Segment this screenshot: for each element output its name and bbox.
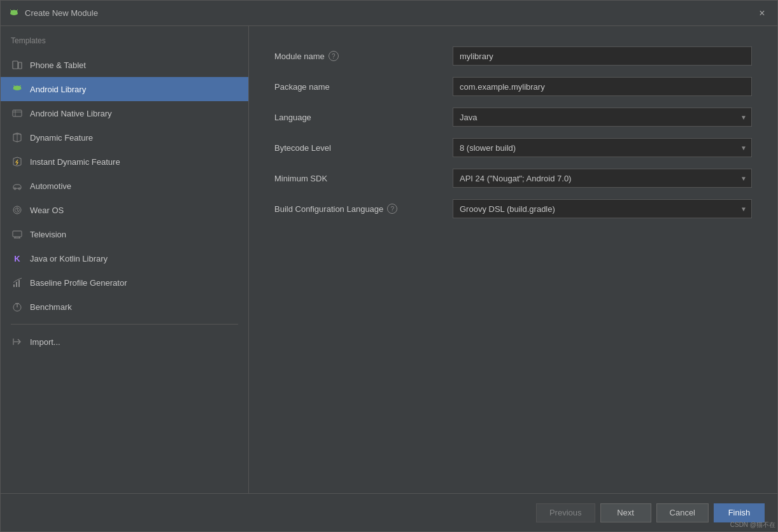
dialog-footer: Previous Next Cancel Finish	[1, 493, 777, 531]
sidebar-item-android-library[interactable]: Android Library	[1, 77, 248, 101]
main-form: Module name ? Package name Langu	[249, 26, 777, 493]
sidebar-item-label: Import...	[30, 337, 60, 347]
benchmark-icon	[11, 300, 24, 313]
dialog-title: Create New Module	[25, 8, 754, 18]
language-row: Language Java Kotlin ▼	[274, 108, 752, 127]
sidebar-item-java-kotlin-library[interactable]: K Java or Kotlin Library	[1, 246, 248, 270]
bytecode-level-control: 8 (slower build) 7 ▼	[453, 138, 752, 157]
sidebar-item-automotive[interactable]: Automotive	[1, 174, 248, 198]
build-config-control: Groovy DSL (build.gradle) Kotlin DSL (bu…	[453, 199, 752, 218]
titlebar: Create New Module ×	[1, 1, 777, 26]
baseline-profile-icon	[11, 276, 24, 289]
svg-line-18	[17, 210, 18, 211]
minimum-sdk-control: API 24 ("Nougat"; Android 7.0) API 21 ("…	[453, 169, 752, 188]
module-name-control	[453, 46, 752, 66]
svg-rect-19	[13, 231, 22, 237]
dynamic-feature-icon	[11, 131, 24, 144]
module-name-input[interactable]	[453, 46, 752, 66]
sidebar-item-label: Automotive	[30, 181, 71, 191]
phone-tablet-icon	[11, 59, 24, 71]
bytecode-level-label: Bytecode Level	[274, 143, 453, 153]
package-name-input[interactable]	[453, 77, 752, 96]
wear-os-icon	[11, 204, 24, 216]
television-icon	[11, 228, 24, 241]
sidebar-item-dynamic-feature[interactable]: Dynamic Feature	[1, 125, 248, 150]
svg-line-8	[14, 85, 15, 87]
svg-rect-4	[13, 61, 18, 69]
instant-dynamic-feature-icon	[11, 155, 24, 168]
language-label: Language	[274, 113, 453, 122]
sidebar-item-phone-tablet[interactable]: Phone & Tablet	[1, 53, 248, 77]
svg-rect-5	[18, 62, 22, 69]
minimum-sdk-row: Minimum SDK API 24 ("Nougat"; Android 7.…	[274, 169, 752, 188]
module-name-row: Module name ?	[274, 46, 752, 66]
sidebar-divider	[11, 324, 238, 325]
sidebar-item-wear-os[interactable]: Wear OS	[1, 198, 248, 222]
minimum-sdk-label: Minimum SDK	[274, 174, 453, 183]
module-name-label: Module name ?	[274, 51, 453, 61]
create-new-module-dialog: Create New Module × Templates Phone & Ta…	[0, 0, 778, 532]
language-select[interactable]: Java Kotlin	[453, 108, 752, 127]
build-config-row: Build Configuration Language ? Groovy DS…	[274, 199, 752, 218]
sidebar-item-label: Instant Dynamic Feature	[30, 157, 120, 167]
sidebar-item-label: Android Native Library	[30, 109, 112, 118]
build-config-help-icon[interactable]: ?	[387, 204, 397, 214]
sidebar-item-benchmark[interactable]: Benchmark	[1, 295, 248, 319]
android-icon	[8, 8, 20, 19]
svg-rect-24	[16, 282, 17, 287]
svg-rect-10	[13, 110, 22, 116]
sidebar-item-android-native-library[interactable]: Android Native Library	[1, 101, 248, 125]
svg-line-9	[20, 85, 21, 87]
package-name-control	[453, 77, 752, 96]
sidebar-item-label: Wear OS	[30, 206, 64, 215]
sidebar: Templates Phone & Tablet	[1, 26, 249, 493]
native-library-icon	[11, 107, 24, 120]
package-name-label: Package name	[274, 82, 453, 92]
dialog-content: Templates Phone & Tablet	[1, 26, 777, 493]
sidebar-item-label: Baseline Profile Generator	[30, 278, 127, 288]
sidebar-item-label: Android Library	[30, 85, 86, 94]
sidebar-item-label: Television	[30, 230, 66, 239]
svg-line-2	[10, 10, 11, 11]
language-control: Java Kotlin ▼	[453, 108, 752, 127]
android-library-icon	[11, 83, 24, 95]
sidebar-item-label: Benchmark	[30, 302, 72, 312]
sidebar-item-baseline-profile[interactable]: Baseline Profile Generator	[1, 270, 248, 295]
automotive-icon	[11, 179, 24, 192]
sidebar-item-television[interactable]: Television	[1, 222, 248, 246]
module-name-help-icon[interactable]: ?	[329, 51, 339, 61]
sidebar-item-label: Java or Kotlin Library	[30, 254, 108, 263]
svg-rect-23	[13, 284, 15, 287]
previous-button[interactable]: Previous	[536, 503, 595, 522]
build-config-label: Build Configuration Language ?	[274, 204, 453, 214]
sidebar-item-label: Phone & Tablet	[30, 60, 86, 70]
minimum-sdk-select[interactable]: API 24 ("Nougat"; Android 7.0) API 21 ("…	[453, 169, 752, 188]
finish-button[interactable]: Finish	[714, 503, 765, 522]
watermark: CSDN @猫不在	[730, 521, 775, 529]
svg-rect-25	[18, 280, 20, 287]
sidebar-header: Templates	[1, 36, 248, 53]
import-icon	[11, 335, 24, 348]
kotlin-icon: K	[11, 252, 24, 265]
bytecode-level-row: Bytecode Level 8 (slower build) 7 ▼	[274, 138, 752, 157]
sidebar-item-label: Dynamic Feature	[30, 133, 93, 143]
close-button[interactable]: ×	[754, 6, 770, 21]
svg-line-3	[17, 10, 18, 11]
build-config-select[interactable]: Groovy DSL (build.gradle) Kotlin DSL (bu…	[453, 199, 752, 218]
next-button[interactable]: Next	[600, 503, 651, 522]
package-name-row: Package name	[274, 77, 752, 96]
cancel-button[interactable]: Cancel	[656, 503, 709, 522]
bytecode-level-select[interactable]: 8 (slower build) 7	[453, 138, 752, 157]
sidebar-item-instant-dynamic-feature[interactable]: Instant Dynamic Feature	[1, 150, 248, 174]
sidebar-item-import[interactable]: Import...	[1, 330, 248, 354]
